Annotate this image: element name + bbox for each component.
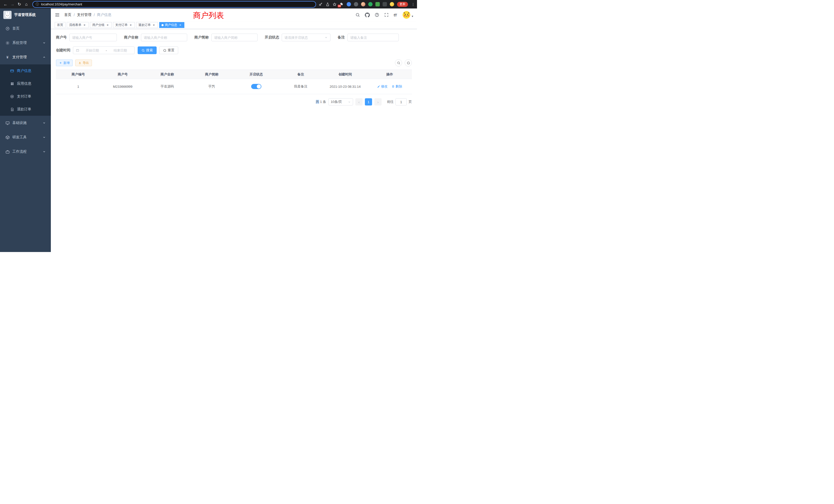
address-bar[interactable]: ⓘ localhost:1024/pay/merchant	[32, 1, 316, 8]
column-header: 创建时间	[323, 70, 368, 79]
merchant-no-input-inner[interactable]	[72, 36, 114, 40]
tab-label: 用户分组	[92, 23, 105, 27]
extensions-puzzle-icon[interactable]: 10	[339, 2, 344, 6]
status-select-inner[interactable]	[285, 36, 323, 40]
export-button[interactable]: 导出	[75, 60, 92, 66]
merchant-no-input[interactable]	[69, 33, 117, 41]
date-range-picker[interactable]: -	[73, 46, 135, 54]
close-icon[interactable]: ×	[83, 23, 86, 27]
status-field: 开启状态	[265, 33, 330, 41]
sidebar-item-infrastructure[interactable]: 基础设施	[0, 116, 51, 130]
chevron-down-icon	[43, 136, 46, 139]
merchant-full-name-field: 商户全称	[124, 33, 187, 41]
end-date-input[interactable]	[109, 48, 132, 52]
breadcrumb-separator: /	[94, 13, 95, 17]
share-icon[interactable]	[326, 2, 330, 6]
merchant-no-field: 商户号	[56, 33, 117, 41]
page-unit-label: 页	[409, 99, 412, 104]
main-area: 首页 / 支付管理 / 商户信息 tT	[51, 8, 417, 252]
toolbar-right-actions	[395, 59, 412, 66]
browser-back-icon[interactable]: ←	[2, 1, 9, 8]
pagination-total-prefix: 共	[316, 100, 319, 104]
font-size-icon[interactable]: tT	[394, 13, 397, 17]
status-select[interactable]	[282, 33, 330, 41]
sidebar-item-system[interactable]: 系统管理	[0, 36, 51, 50]
extension-icon[interactable]	[375, 2, 380, 6]
bookmark-star-icon[interactable]	[332, 2, 337, 6]
column-header: 商户全称	[145, 70, 190, 79]
tab-home[interactable]: 首页	[55, 22, 65, 28]
extension-avatar-icon[interactable]	[361, 2, 366, 6]
fullscreen-icon[interactable]	[384, 13, 389, 17]
delete-link[interactable]: 删除	[392, 84, 402, 89]
tab-payment-orders[interactable]: 支付订单 ×	[113, 22, 135, 28]
remark-input[interactable]	[347, 33, 399, 41]
sidebar-item-label: 支付管理	[12, 55, 27, 60]
merchant-full-name-input[interactable]	[141, 33, 187, 41]
browser-reload-icon[interactable]: ↻	[16, 1, 23, 8]
refresh-button[interactable]	[405, 59, 412, 66]
add-button[interactable]: 新增	[56, 60, 73, 66]
next-page-button[interactable]: ›	[374, 98, 381, 106]
edit-link-label: 修改	[381, 84, 388, 89]
tab-process-form[interactable]: 流程表单 ×	[67, 22, 89, 28]
extension-icon[interactable]	[382, 2, 387, 6]
merchant-short-name-input[interactable]	[211, 33, 258, 41]
prev-page-button[interactable]: ‹	[355, 98, 363, 106]
goto-page-input[interactable]	[395, 98, 407, 106]
chevron-down-icon	[43, 41, 46, 44]
password-key-icon[interactable]	[319, 2, 323, 6]
breadcrumb: 首页 / 支付管理 / 商户信息	[64, 13, 111, 17]
merchant-short-name-input-inner[interactable]	[214, 36, 255, 40]
extension-icon[interactable]	[347, 2, 351, 6]
sidebar-item-payment-orders[interactable]: 支付订单	[0, 90, 51, 103]
start-date-input[interactable]	[81, 48, 104, 52]
sidebar-item-label: 研发工具	[12, 135, 27, 140]
sidebar-item-home[interactable]: 首页	[0, 21, 51, 36]
add-button-label: 新增	[63, 61, 70, 65]
extension-icon[interactable]	[354, 2, 358, 6]
page-size-select[interactable]: 10条/页	[328, 98, 353, 106]
search-button[interactable]: 搜索	[138, 46, 157, 54]
column-header: 商户号	[101, 70, 145, 79]
sidebar-item-payment[interactable]: ¥ 支付管理	[0, 50, 51, 64]
remark-input-inner[interactable]	[350, 36, 396, 40]
close-icon[interactable]: ×	[106, 23, 109, 27]
merchant-full-name-input-inner[interactable]	[144, 36, 184, 40]
sidebar-toggle-icon[interactable]	[55, 12, 60, 18]
tab-merchant-info[interactable]: 商户信息 ×	[159, 22, 184, 28]
breadcrumb-item[interactable]: 首页	[64, 13, 71, 17]
extension-badge: 10	[338, 5, 341, 7]
reset-button[interactable]: 重置	[159, 46, 178, 54]
page-number-button[interactable]: 1	[365, 98, 372, 106]
breadcrumb-item[interactable]: 支付管理	[77, 13, 91, 17]
tab-user-group[interactable]: 用户分组 ×	[90, 22, 112, 28]
browser-menu-icon[interactable]: ⋮	[411, 2, 415, 6]
cell-remark: 我是备注	[278, 79, 323, 94]
search-icon[interactable]	[355, 13, 360, 17]
github-icon[interactable]	[365, 13, 370, 18]
toggle-search-button[interactable]	[395, 59, 402, 66]
tabs-bar: 首页 流程表单 × 用户分组 × 支付订单 × 退款订单 × 商户信息 ×	[51, 21, 417, 29]
close-icon[interactable]: ×	[152, 23, 156, 27]
close-icon[interactable]: ×	[129, 23, 132, 27]
field-label: 商户号	[56, 35, 67, 40]
extension-emoji-icon[interactable]	[390, 2, 394, 6]
user-avatar[interactable]: ▾	[403, 11, 413, 19]
sidebar-item-dev-tools[interactable]: 研发工具	[0, 130, 51, 144]
status-toggle[interactable]	[251, 84, 261, 89]
browser-update-button[interactable]: 更新	[397, 2, 408, 7]
tab-refund-orders[interactable]: 退款订单 ×	[136, 22, 158, 28]
sidebar-item-refund-orders[interactable]: 退款订单	[0, 103, 51, 116]
sidebar-item-merchant-info[interactable]: 商户信息	[0, 64, 51, 77]
sidebar-item-app-info[interactable]: 应用信息	[0, 77, 51, 90]
site-info-icon[interactable]: ⓘ	[36, 2, 39, 7]
help-icon[interactable]	[375, 13, 379, 17]
browser-forward-icon[interactable]: →	[9, 1, 16, 8]
remark-field: 备注	[338, 33, 399, 41]
edit-link[interactable]: 修改	[377, 84, 388, 89]
browser-home-icon[interactable]: ⌂	[23, 1, 30, 8]
sidebar-item-workflow[interactable]: 工作流程	[0, 144, 51, 159]
close-icon[interactable]: ×	[178, 23, 182, 27]
extension-icon[interactable]	[368, 2, 373, 6]
